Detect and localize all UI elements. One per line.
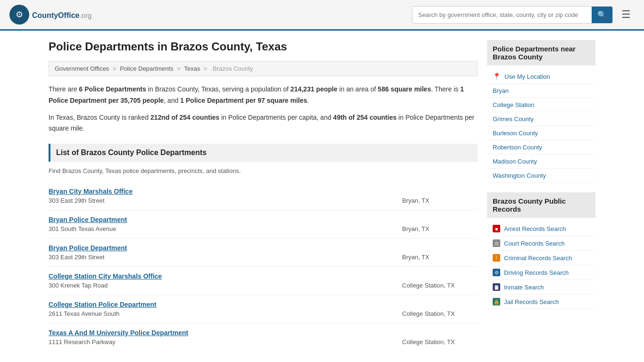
- dept-address: 300 Krenek Tap Road: [49, 282, 108, 289]
- description-para2: In Texas, Brazos County is ranked 212nd …: [49, 112, 478, 135]
- nearby-link[interactable]: Burleson County: [487, 126, 595, 140]
- record-label: Driving Records Search: [504, 269, 569, 276]
- dept-city: College Station, TX: [402, 282, 478, 289]
- nearby-link[interactable]: Bryan: [487, 84, 595, 98]
- record-icon: ⚖: [493, 239, 500, 247]
- content-area: Police Departments in Brazos County, Tex…: [49, 40, 478, 351]
- record-label: Inmate Search: [504, 284, 544, 291]
- breadcrumb-sep3: >: [204, 65, 209, 72]
- dept-city: Bryan, TX: [402, 197, 478, 204]
- record-label: Court Records Search: [504, 240, 565, 247]
- record-icon: 📋: [493, 283, 500, 291]
- search-input[interactable]: [413, 8, 592, 22]
- dept-address: 1111 Research Parkway: [49, 338, 116, 346]
- breadcrumb-sep1: >: [113, 65, 118, 72]
- record-label: Criminal Records Search: [504, 255, 572, 262]
- bold-rank1: 212nd of 254 counties: [150, 114, 219, 121]
- nearby-link[interactable]: Washington County: [487, 169, 595, 183]
- search-bar: 🔍: [412, 6, 613, 24]
- table-row: Bryan Police Department 303 East 29th St…: [49, 239, 478, 267]
- table-row: College Station Police Department 2611 T…: [49, 295, 478, 323]
- dept-address: 303 East 29th Street: [49, 254, 105, 261]
- sidebar-records-title: Brazos County Public Records: [487, 192, 595, 218]
- site-header: ⚙ CountyOffice.org 🔍 ☰: [0, 0, 644, 31]
- breadcrumb-sep2: >: [177, 65, 182, 72]
- table-row: College Station City Marshals Office 300…: [49, 267, 478, 295]
- dept-city: College Station, TX: [402, 310, 478, 317]
- logo-text: CountyOffice.org: [32, 9, 91, 20]
- breadcrumb-gov-offices[interactable]: Government Offices: [55, 65, 109, 72]
- nearby-link[interactable]: Madison County: [487, 155, 595, 169]
- search-button[interactable]: 🔍: [592, 7, 612, 23]
- bold-population: 214,231 people: [290, 85, 338, 93]
- nearby-link[interactable]: Robertson County: [487, 140, 595, 155]
- record-link[interactable]: 📋Inmate Search: [487, 280, 595, 295]
- breadcrumb: Government Offices > Police Departments …: [49, 61, 478, 76]
- dept-name-link[interactable]: Bryan Police Department: [49, 244, 478, 252]
- dept-name-link[interactable]: College Station Police Department: [49, 301, 478, 308]
- main-container: Police Departments in Brazos County, Tex…: [39, 31, 605, 361]
- breadcrumb-texas[interactable]: Texas: [184, 65, 200, 72]
- dept-city: Bryan, TX: [402, 225, 478, 232]
- record-link[interactable]: ⚖Court Records Search: [487, 236, 595, 251]
- table-row: Bryan Police Department 301 South Texas …: [49, 210, 478, 239]
- bold-rank2: 49th of 254 counties: [333, 114, 397, 121]
- record-icon: !: [493, 254, 500, 262]
- section-desc: Find Brazos County, Texas police departm…: [49, 167, 478, 174]
- location-icon: 📍: [493, 73, 501, 80]
- nearby-link[interactable]: College Station: [487, 98, 595, 112]
- bold-per-sqmile: 1 Police Department per 97 square miles: [180, 97, 307, 104]
- departments-list: Bryan City Marshals Office 303 East 29th…: [49, 182, 478, 351]
- dept-name-link[interactable]: Texas A And M University Police Departme…: [49, 329, 478, 337]
- dept-name-link[interactable]: College Station City Marshals Office: [49, 272, 478, 280]
- breadcrumb-brazos: Brazos County: [213, 65, 253, 72]
- record-link[interactable]: ⚙Driving Records Search: [487, 265, 595, 280]
- dept-name-link[interactable]: Bryan Police Department: [49, 216, 478, 223]
- sidebar-nearby-section: Police Departments near Brazos County 📍 …: [487, 40, 595, 183]
- table-row: Bryan City Marshals Office 303 East 29th…: [49, 182, 478, 210]
- nearby-link[interactable]: Grimes County: [487, 112, 595, 126]
- logo-area: ⚙ CountyOffice.org: [9, 5, 91, 25]
- record-label: Jail Records Search: [504, 298, 559, 305]
- record-icon: 🔒: [493, 298, 500, 305]
- records-links-container: ■Arrest Records Search⚖Court Records Sea…: [487, 222, 595, 309]
- bold-area: 586 square miles: [378, 85, 431, 93]
- use-location-label: Use My Location: [504, 73, 550, 80]
- dept-address: 2611 Texas Avenue South: [49, 310, 120, 317]
- sidebar: Police Departments near Brazos County 📍 …: [487, 40, 595, 351]
- menu-button[interactable]: ☰: [618, 7, 635, 23]
- dept-city: College Station, TX: [402, 338, 478, 346]
- record-icon: ⚙: [493, 269, 500, 276]
- nearby-links-container: BryanCollege StationGrimes CountyBurleso…: [487, 84, 595, 183]
- table-row: Texas A And M University Police Departme…: [49, 323, 478, 351]
- record-link[interactable]: 🔒Jail Records Search: [487, 295, 595, 309]
- dept-address: 301 South Texas Avenue: [49, 225, 116, 232]
- record-link[interactable]: ■Arrest Records Search: [487, 222, 595, 236]
- sidebar-nearby-title: Police Departments near Brazos County: [487, 40, 595, 66]
- record-label: Arrest Records Search: [504, 225, 566, 232]
- bold-count: 6 Police Departments: [79, 85, 146, 93]
- record-icon: ■: [493, 225, 500, 232]
- page-title: Police Departments in Brazos County, Tex…: [49, 40, 478, 53]
- use-location-link[interactable]: 📍 Use My Location: [487, 69, 595, 84]
- dept-city: Bryan, TX: [402, 254, 478, 261]
- header-right: 🔍 ☰: [412, 6, 635, 24]
- record-link[interactable]: !Criminal Records Search: [487, 251, 595, 265]
- section-header: List of Brazos County Police Departments: [49, 144, 478, 162]
- description-para1: There are 6 Police Departments in Brazos…: [49, 84, 478, 107]
- sidebar-records-section: Brazos County Public Records ■Arrest Rec…: [487, 192, 595, 309]
- logo-icon: ⚙: [9, 5, 29, 25]
- breadcrumb-police-depts[interactable]: Police Departments: [120, 65, 173, 72]
- dept-address: 303 East 29th Street: [49, 197, 105, 204]
- dept-name-link[interactable]: Bryan City Marshals Office: [49, 188, 478, 195]
